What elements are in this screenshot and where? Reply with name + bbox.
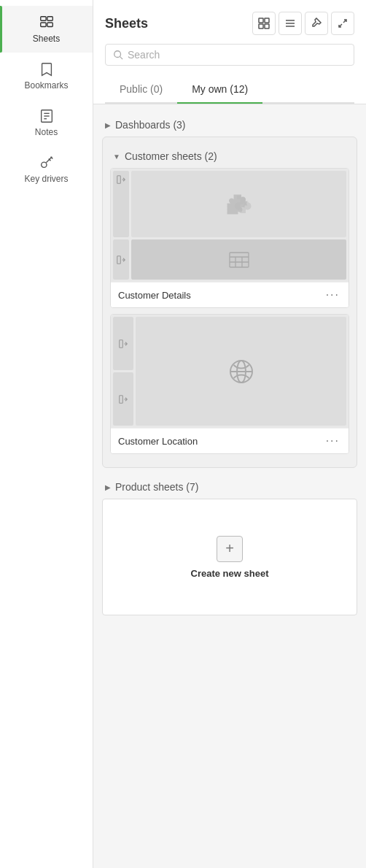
svg-rect-25: [117, 256, 121, 264]
sheets-icon: [39, 15, 55, 31]
svg-point-8: [41, 162, 46, 167]
search-input[interactable]: [128, 49, 346, 61]
svg-rect-12: [259, 18, 263, 23]
page-title: Sheets: [105, 16, 148, 31]
search-icon: [113, 50, 123, 60]
card-nav-icon-3: [119, 339, 128, 348]
dashboards-label: Dashboards (3): [115, 119, 186, 131]
customer-sheets-label: Customer sheets (2): [125, 150, 217, 162]
pin-icon: [311, 18, 322, 29]
customer-details-footer: Customer Details ···: [111, 282, 349, 307]
card-nav-icon-2: [117, 256, 125, 264]
expand-button[interactable]: [331, 12, 354, 35]
sidebar-item-sheets[interactable]: Sheets: [0, 6, 93, 53]
card-nav-icon-4: [119, 395, 128, 404]
svg-rect-0: [40, 17, 45, 21]
list-view-button[interactable]: [279, 12, 302, 35]
sidebar-item-notes[interactable]: Notes: [0, 99, 93, 146]
tab-public[interactable]: Public (0): [105, 76, 177, 104]
dashboards-section-header[interactable]: ▶ Dashboards (3): [102, 113, 357, 137]
sidebar-sheets-label: Sheets: [33, 34, 60, 44]
customer-sheets-container: ▼ Customer sheets (2): [102, 137, 357, 468]
dashboards-chevron: ▶: [105, 121, 111, 129]
product-sheets-label: Product sheets (7): [115, 481, 198, 493]
header-actions: [252, 12, 354, 35]
key-drivers-icon: [39, 155, 55, 171]
svg-rect-1: [47, 17, 52, 21]
customer-location-footer: Customer Location ···: [111, 428, 349, 453]
customer-details-card[interactable]: Customer Details ···: [110, 168, 349, 308]
create-sheet-label: Create new sheet: [191, 568, 269, 579]
customer-sheets-chevron: ▼: [113, 153, 120, 161]
svg-line-22: [120, 57, 123, 60]
customer-location-name: Customer Location: [118, 436, 198, 447]
customer-details-more-button[interactable]: ···: [324, 288, 341, 302]
svg-point-21: [114, 51, 121, 58]
sidebar-bookmarks-label: Bookmarks: [24, 80, 68, 91]
customer-details-name: Customer Details: [118, 290, 191, 301]
customer-location-card[interactable]: Customer Location ···: [110, 314, 349, 454]
tab-my-own[interactable]: My own (12): [177, 76, 262, 104]
header: Sheets: [93, 0, 366, 104]
sidebar-item-bookmarks[interactable]: Bookmarks: [0, 53, 93, 99]
sidebar: Sheets Bookmarks Notes Key drivers: [0, 0, 93, 868]
grid-icon: [258, 18, 270, 29]
svg-rect-27: [230, 253, 249, 267]
svg-rect-23: [117, 176, 121, 184]
main-content: Sheets: [93, 0, 366, 868]
product-sheets-chevron: ▶: [105, 483, 111, 491]
tabs: Public (0) My own (12): [105, 76, 354, 104]
create-new-sheet-card[interactable]: + Create new sheet: [102, 499, 357, 615]
svg-rect-3: [47, 23, 52, 27]
globe-icon: [228, 358, 254, 385]
sidebar-notes-label: Notes: [35, 127, 58, 137]
table-icon: [229, 252, 249, 268]
svg-rect-37: [120, 395, 123, 403]
create-plus-icon: +: [217, 536, 243, 562]
sidebar-item-key-drivers[interactable]: Key drivers: [0, 146, 93, 193]
expand-icon: [337, 18, 349, 29]
puzzle-icon: [226, 191, 252, 218]
pin-button[interactable]: [305, 12, 328, 35]
list-icon: [284, 18, 296, 29]
svg-rect-32: [120, 339, 123, 347]
card-nav-icon-1: [117, 175, 125, 184]
bookmark-icon: [39, 61, 55, 77]
header-top: Sheets: [105, 12, 354, 35]
svg-rect-14: [259, 24, 263, 28]
customer-location-more-button[interactable]: ···: [324, 434, 341, 448]
svg-rect-15: [265, 24, 269, 28]
customer-sheets-header[interactable]: ▼ Customer sheets (2): [110, 145, 349, 168]
product-sheets-section-header[interactable]: ▶ Product sheets (7): [102, 475, 357, 499]
svg-rect-13: [265, 18, 269, 23]
sidebar-key-drivers-label: Key drivers: [24, 174, 68, 184]
content-area: ▶ Dashboards (3) ▼ Customer sheets (2): [93, 104, 366, 624]
svg-rect-2: [40, 23, 45, 27]
notes-icon: [39, 108, 55, 124]
search-bar: [105, 44, 354, 66]
grid-view-button[interactable]: [252, 12, 276, 35]
